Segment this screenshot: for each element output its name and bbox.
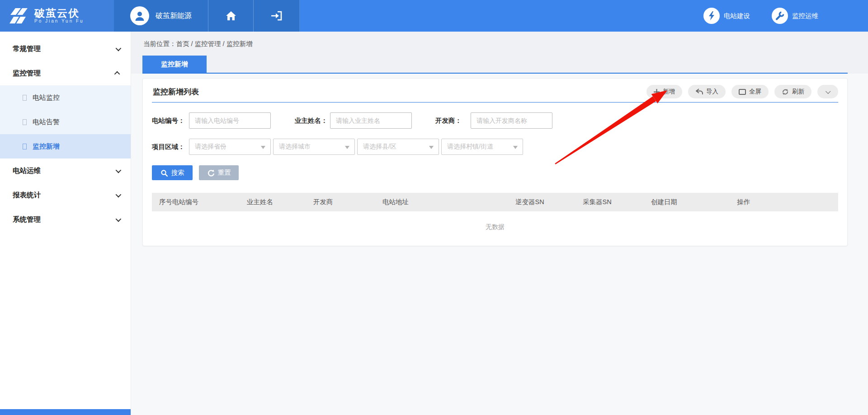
chevron-up-icon — [114, 71, 120, 77]
village-select[interactable]: 请选择村镇/街道 — [441, 139, 523, 155]
search-button-label: 搜索 — [171, 168, 184, 177]
col-collector-sn: 采集器SN — [583, 193, 651, 211]
nav-station-build[interactable]: 电站建设 — [703, 8, 750, 24]
plus-icon — [654, 89, 660, 95]
col-index: 序号 — [152, 193, 172, 211]
import-button[interactable]: 导入 — [688, 85, 726, 98]
home-icon — [226, 11, 236, 21]
logo-subtitle: Po Jian Yun Fu — [34, 19, 84, 24]
county-select[interactable]: 请选择县/区 — [357, 139, 439, 155]
nav-monitor-ops-label: 监控运维 — [792, 12, 818, 20]
project-region-label: 项目区域： — [152, 143, 189, 151]
submenu-bullet-icon — [23, 144, 27, 149]
refresh-icon — [782, 89, 789, 95]
sidebar-item-label: 报表统计 — [13, 191, 41, 200]
exit-button[interactable] — [253, 0, 300, 32]
col-create-date: 创建日期 — [651, 193, 737, 211]
sidebar-subitem-label: 电站监控 — [33, 93, 60, 102]
chevron-down-icon — [116, 45, 122, 51]
monitor-add-list-panel: 监控新增列表 新增 导 — [142, 78, 848, 246]
panel-toolbar: 新增 导入 全屏 — [646, 85, 838, 98]
fullscreen-button-label: 全屏 — [749, 88, 761, 96]
breadcrumb: 当前位置：首页 / 监控管理 / 监控新增 — [142, 32, 848, 56]
nav-monitor-ops[interactable]: 监控运维 — [772, 8, 818, 24]
dropdown-triangle-icon — [261, 146, 265, 149]
search-button[interactable]: 搜索 — [152, 165, 193, 180]
refresh-button[interactable]: 刷新 — [774, 85, 811, 98]
wrench-icon — [772, 8, 788, 24]
sidebar-item-system-mgmt[interactable]: 系统管理 — [0, 207, 131, 232]
submenu-bullet-icon — [23, 119, 27, 125]
search-icon — [160, 169, 168, 177]
owner-name-label: 业主姓名： — [295, 117, 330, 125]
submenu-bullet-icon — [23, 95, 27, 101]
dropdown-triangle-icon — [513, 146, 518, 149]
reset-icon — [207, 169, 214, 177]
col-inverter-sn: 逆变器SN — [515, 193, 583, 211]
breadcrumb-tab-band: 当前位置：首页 / 监控管理 / 监控新增 监控新增 — [131, 32, 868, 74]
collapse-panel-button[interactable] — [817, 85, 838, 98]
city-select[interactable]: 请选择城市 — [273, 139, 355, 155]
search-actions-row: 搜索 重置 — [152, 165, 838, 180]
chevron-down-icon — [116, 216, 122, 222]
user-avatar-icon — [134, 10, 146, 22]
col-owner-name: 业主姓名 — [247, 193, 313, 211]
sidebar-item-label: 系统管理 — [13, 215, 41, 224]
sidebar-item-label: 电站运维 — [13, 166, 41, 176]
logo[interactable]: 破茧云伏 Po Jian Yun Fu — [0, 0, 114, 32]
sidebar-item-report-stats[interactable]: 报表统计 — [0, 183, 131, 207]
developer-input[interactable] — [471, 112, 552, 129]
sidebar-item-label: 常规管理 — [13, 44, 41, 54]
main-content: 当前位置：首页 / 监控管理 / 监控新增 监控新增 监控新增列表 新增 — [131, 32, 868, 415]
fullscreen-button[interactable]: 全屏 — [731, 85, 769, 98]
station-code-label: 电站编号： — [152, 117, 189, 125]
fullscreen-icon — [739, 89, 746, 95]
col-station-address: 电站地址 — [382, 193, 515, 211]
login-arrow-icon — [271, 11, 283, 21]
panel-title: 监控新增列表 — [152, 87, 199, 97]
sidebar-subitem-label: 监控新增 — [33, 142, 60, 151]
dropdown-triangle-icon — [345, 146, 349, 149]
sidebar-item-station-ops[interactable]: 电站运维 — [0, 159, 131, 183]
col-actions: 操作 — [737, 193, 838, 211]
sidebar-submenu-monitor: 电站监控 电站告警 监控新增 — [0, 85, 131, 159]
avatar — [130, 6, 149, 25]
province-select-placeholder: 请选择省份 — [195, 143, 226, 151]
user-menu[interactable]: 破茧新能源 — [114, 0, 208, 32]
county-select-placeholder: 请选择县/区 — [363, 143, 396, 151]
tab-row: 监控新增 — [142, 56, 848, 74]
refresh-button-label: 刷新 — [792, 88, 804, 96]
panel-header: 监控新增列表 新增 导 — [152, 85, 838, 103]
reset-button[interactable]: 重置 — [199, 165, 239, 180]
dropdown-triangle-icon — [429, 146, 434, 149]
sidebar-item-monitor-mgmt[interactable]: 监控管理 — [0, 61, 131, 85]
add-button-label: 新增 — [663, 88, 675, 96]
chevron-down-icon — [116, 191, 122, 197]
search-form-row-1: 电站编号： 业主姓名： 开发商： — [152, 112, 838, 129]
page-body: 监控新增列表 新增 导 — [131, 74, 868, 257]
nav-station-build-label: 电站建设 — [724, 12, 750, 20]
developer-label: 开发商： — [435, 117, 471, 125]
sidebar-item-station-alarm[interactable]: 电站告警 — [0, 110, 131, 134]
sidebar-footer-bar[interactable] — [0, 409, 131, 415]
village-select-placeholder: 请选择村镇/街道 — [447, 143, 493, 151]
top-right-nav: 电站建设 监控运维 — [703, 0, 868, 32]
sidebar-item-station-monitor[interactable]: 电站监控 — [0, 85, 131, 110]
sidebar-item-label: 监控管理 — [13, 69, 41, 78]
owner-name-input[interactable] — [330, 112, 412, 129]
user-name: 破茧新能源 — [156, 11, 192, 21]
province-select[interactable]: 请选择省份 — [189, 139, 271, 155]
chevron-down-icon — [826, 89, 830, 94]
app-root: 破茧云伏 Po Jian Yun Fu 破茧新能源 — [0, 0, 868, 415]
top-header-bar: 破茧云伏 Po Jian Yun Fu 破茧新能源 — [0, 0, 868, 32]
home-button[interactable] — [208, 0, 253, 32]
logo-icon — [8, 8, 30, 24]
sidebar-item-monitor-add[interactable]: 监控新增 — [0, 134, 131, 159]
sidebar-item-general-mgmt[interactable]: 常规管理 — [0, 37, 131, 61]
add-button[interactable]: 新增 — [646, 85, 682, 98]
station-code-input[interactable] — [189, 112, 271, 129]
empty-state-text: 无数据 — [152, 211, 838, 234]
tab-monitor-add[interactable]: 监控新增 — [142, 56, 207, 73]
table-header-row: 序号 电站编号 业主姓名 开发商 电站地址 逆变器SN 采集器SN 创建日期 操… — [152, 193, 838, 211]
import-button-label: 导入 — [706, 88, 718, 96]
